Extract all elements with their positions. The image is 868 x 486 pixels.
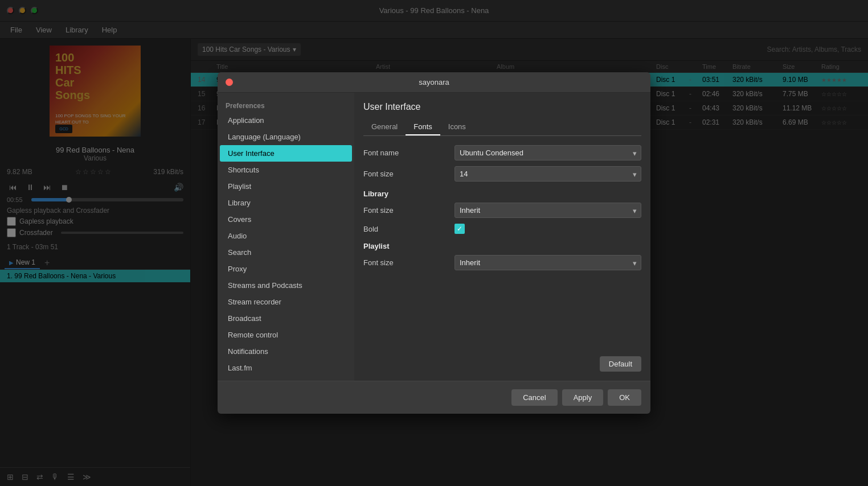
tab-general[interactable]: General <box>363 119 406 135</box>
pref-menu-item-9[interactable]: Proxy <box>220 261 352 277</box>
pref-menu-item-6[interactable]: Covers <box>220 211 352 228</box>
library-bold-checkbox[interactable]: ✓ <box>455 224 465 234</box>
preferences-tabs: General Fonts Icons <box>363 119 641 136</box>
library-bold-label: Bold <box>363 225 455 233</box>
pref-menu-item-15[interactable]: Last.fm <box>220 360 352 376</box>
modal-overlay: sayonara Preferences ApplicationLanguage… <box>0 0 868 486</box>
tab-fonts[interactable]: Fonts <box>406 119 440 135</box>
library-font-size-label: Font size <box>363 206 455 215</box>
tab-icons[interactable]: Icons <box>440 119 474 135</box>
preferences-section-title: Preferences <box>218 97 354 112</box>
font-size-control: 14 <box>455 166 641 182</box>
font-name-row: Font name Ubuntu Condensed <box>363 145 641 160</box>
pref-menu-item-3[interactable]: Shortcuts <box>220 162 352 178</box>
library-font-size-select[interactable]: Inherit <box>455 203 641 218</box>
pref-menu-item-7[interactable]: Audio <box>220 228 352 244</box>
pref-menu-item-10[interactable]: Streams and Podcasts <box>220 277 352 294</box>
preferences-content: User Interface General Fonts Icons Font … <box>354 93 650 381</box>
playlist-font-size-label: Font size <box>363 258 455 267</box>
default-button[interactable]: Default <box>600 356 641 372</box>
modal-titlebar: sayonara <box>218 72 650 93</box>
pref-menu-item-11[interactable]: Stream recorder <box>220 294 352 310</box>
font-name-select[interactable]: Ubuntu Condensed <box>455 145 641 160</box>
playlist-font-size-control: Inherit <box>455 255 641 270</box>
font-size-label: Font size <box>363 170 455 178</box>
pref-menu-item-8[interactable]: Search <box>220 244 352 261</box>
playlist-font-size-row: Font size Inherit <box>363 255 641 270</box>
preferences-modal: sayonara Preferences ApplicationLanguage… <box>218 72 650 414</box>
font-name-label: Font name <box>363 149 455 157</box>
library-font-size-row: Font size Inherit <box>363 203 641 218</box>
pref-menu-item-1[interactable]: Language (Language) <box>220 129 352 145</box>
content-title: User Interface <box>363 102 641 112</box>
font-size-select[interactable]: 14 <box>455 166 641 182</box>
library-bold-control: ✓ <box>455 224 641 234</box>
pref-menu-item-2[interactable]: User Interface <box>220 145 352 162</box>
modal-footer: Cancel Apply OK <box>218 381 650 414</box>
modal-close-button[interactable] <box>226 79 233 86</box>
apply-button[interactable]: Apply <box>562 389 604 406</box>
modal-title: sayonara <box>226 78 642 87</box>
playlist-section-title: Playlist <box>363 242 641 250</box>
library-font-size-control: Inherit <box>455 203 641 218</box>
pref-menu-item-12[interactable]: Broadcast <box>220 310 352 327</box>
font-size-row: Font size 14 <box>363 166 641 182</box>
cancel-button[interactable]: Cancel <box>511 389 557 406</box>
pref-menu-item-14[interactable]: Notifications <box>220 343 352 360</box>
ok-button[interactable]: OK <box>608 389 641 406</box>
pref-menu-item-0[interactable]: Application <box>220 112 352 129</box>
library-section-title: Library <box>363 190 641 198</box>
pref-menu-item-13[interactable]: Remote control <box>220 327 352 343</box>
pref-menu-item-4[interactable]: Playlist <box>220 178 352 195</box>
playlist-font-size-select[interactable]: Inherit <box>455 255 641 270</box>
library-bold-row: Bold ✓ <box>363 224 641 234</box>
pref-menu-item-5[interactable]: Library <box>220 195 352 211</box>
font-name-control: Ubuntu Condensed <box>455 145 641 160</box>
preferences-sidebar: Preferences ApplicationLanguage (Languag… <box>218 93 354 381</box>
modal-body: Preferences ApplicationLanguage (Languag… <box>218 93 650 381</box>
